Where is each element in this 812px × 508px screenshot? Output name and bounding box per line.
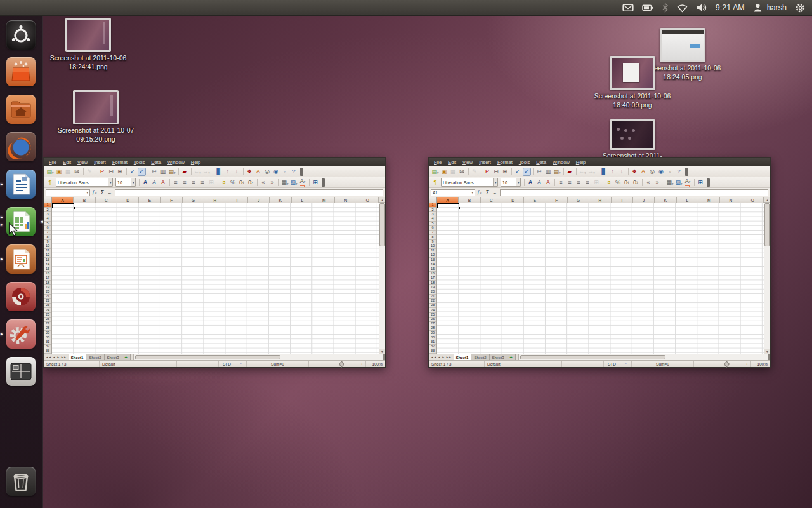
background-color-icon[interactable]: ▨▾ xyxy=(290,178,298,187)
row-headers[interactable]: 1234567891011121314151617181920212223242… xyxy=(44,203,52,354)
column-header-A[interactable]: A xyxy=(52,197,74,203)
column-header-C[interactable]: C xyxy=(481,197,502,203)
font-name-combo[interactable]: Liberation Sans ▾ xyxy=(56,178,113,187)
split-handle[interactable] xyxy=(768,354,770,360)
toolbar-overflow-handle[interactable] xyxy=(322,178,325,187)
toolbar-overflow-handle[interactable] xyxy=(707,178,710,187)
menu-item-edit[interactable]: Edit xyxy=(60,158,74,166)
column-header-G[interactable]: G xyxy=(183,197,204,203)
cell-grid[interactable] xyxy=(52,203,379,354)
email-icon[interactable]: ✉ xyxy=(73,168,81,176)
sort-ascending-icon[interactable]: ↑ xyxy=(224,168,232,176)
cut-icon[interactable]: ✂ xyxy=(535,168,544,176)
grid-lines-icon[interactable]: ⊞ xyxy=(311,178,320,187)
gallery-icon[interactable]: ❖ xyxy=(631,168,639,176)
chevron-down-icon[interactable]: ▾ xyxy=(131,178,135,186)
font-name-combo[interactable]: Liberation Sans ▾ xyxy=(441,178,498,187)
zoom-out-icon[interactable]: − xyxy=(697,362,699,366)
zoom-slider[interactable] xyxy=(316,364,359,364)
launcher-item-dash-home[interactable] xyxy=(6,20,36,50)
username[interactable]: harsh xyxy=(767,3,787,12)
column-header-B[interactable]: B xyxy=(459,197,480,203)
launcher-item-system-settings[interactable]: ▸ xyxy=(6,319,36,349)
add-sheet-tab[interactable]: + xyxy=(508,354,516,360)
cut-icon[interactable]: ✂ xyxy=(150,168,159,176)
align-left-icon[interactable]: ≡ xyxy=(172,178,180,187)
copy-icon[interactable]: ▥ xyxy=(159,168,167,176)
formula-input[interactable] xyxy=(500,189,768,196)
new-document-icon[interactable]: ▤▾ xyxy=(431,168,440,176)
desktop-icon[interactable]: Screenshot at 2011-10-06 18:40:09.png xyxy=(590,56,675,109)
merge-cells-icon[interactable]: ⊞ xyxy=(593,178,601,187)
scroll-up-icon[interactable]: ▲ xyxy=(379,197,385,203)
undo-icon[interactable]: ←▾ xyxy=(579,168,587,176)
bluetooth-icon[interactable] xyxy=(662,3,669,13)
sort-descending-icon[interactable]: ↓ xyxy=(233,168,241,176)
zoom-out-icon[interactable]: − xyxy=(311,362,314,366)
background-color-icon[interactable]: ▨▾ xyxy=(675,178,683,187)
print-icon[interactable]: ⊟ xyxy=(107,168,115,176)
chevron-down-icon[interactable]: ▾ xyxy=(108,178,112,186)
column-header-D[interactable]: D xyxy=(502,197,524,203)
align-center-icon[interactable]: ≡ xyxy=(566,178,574,187)
equals-icon[interactable]: = xyxy=(108,190,111,196)
row-header-33[interactable]: 33 xyxy=(429,349,436,354)
save-icon[interactable]: ▦ xyxy=(449,168,457,176)
column-header-H[interactable]: H xyxy=(589,197,611,203)
styles-icon[interactable]: ¶ xyxy=(46,178,55,187)
chevron-down-icon[interactable]: ▾ xyxy=(516,178,520,186)
find-replace-icon[interactable]: A xyxy=(639,168,648,176)
print-preview-icon[interactable]: ⊞ xyxy=(501,168,509,176)
sort-ascending-icon[interactable]: ↑ xyxy=(609,168,617,176)
column-headers[interactable]: ABCDEFGHIJKLMNO xyxy=(44,197,385,203)
scrollbar-thumb[interactable] xyxy=(764,203,770,246)
find-replace-icon[interactable]: A xyxy=(254,168,263,176)
column-headers[interactable]: ABCDEFGHIJKLMNO xyxy=(429,197,770,203)
sum-icon[interactable]: Σ xyxy=(101,190,104,196)
font-color-icon[interactable]: A▾ xyxy=(684,178,692,187)
launcher-item-libreoffice-impress[interactable]: ▸ xyxy=(6,244,36,274)
horizontal-scrollbar[interactable] xyxy=(518,354,768,360)
edit-file-icon[interactable]: ✎ xyxy=(471,168,479,176)
menu-item-window[interactable]: Window xyxy=(549,158,573,166)
format-paintbrush-icon[interactable]: ▰ xyxy=(566,168,574,176)
zoom-slider-thumb[interactable] xyxy=(723,361,730,368)
select-all-corner[interactable] xyxy=(429,197,437,203)
decrease-indent-icon[interactable]: « xyxy=(259,178,268,187)
add-sheet-tab[interactable]: + xyxy=(122,354,131,360)
sheet-nav-buttons[interactable]: ◄◄◄►►► xyxy=(429,354,454,360)
underline-icon[interactable]: A xyxy=(159,178,167,187)
italic-icon[interactable]: A xyxy=(150,178,159,187)
sheet-tab-sheet2[interactable]: Sheet2 xyxy=(471,354,489,360)
increase-indent-icon[interactable]: » xyxy=(268,178,277,187)
column-header-C[interactable]: C xyxy=(96,197,117,203)
bold-icon[interactable]: A xyxy=(141,178,150,187)
menu-item-view[interactable]: View xyxy=(459,158,476,166)
menu-item-insert[interactable]: Insert xyxy=(91,158,109,166)
chevron-down-icon[interactable]: ▾ xyxy=(471,190,473,194)
battery-icon[interactable] xyxy=(642,3,653,13)
paste-icon[interactable]: ▤▾ xyxy=(168,168,176,176)
horizontal-scrollbar[interactable] xyxy=(133,354,383,360)
column-header-F[interactable]: F xyxy=(161,197,183,203)
column-header-J[interactable]: J xyxy=(633,197,655,203)
export-pdf-icon[interactable]: P xyxy=(483,168,492,176)
cell-grid[interactable] xyxy=(437,203,764,354)
zoom-widget[interactable]: − + xyxy=(694,361,751,367)
name-box[interactable]: A1 ▾ xyxy=(431,189,475,196)
save-icon[interactable]: ▦ xyxy=(64,168,72,176)
align-right-icon[interactable]: ≡ xyxy=(575,178,583,187)
volume-icon[interactable] xyxy=(696,3,707,13)
font-color-icon[interactable]: A▾ xyxy=(299,178,307,187)
align-right-icon[interactable]: ≡ xyxy=(190,178,198,187)
column-header-N[interactable]: N xyxy=(720,197,742,203)
column-header-A[interactable]: A xyxy=(437,197,459,203)
status-insert-mode[interactable]: STD xyxy=(219,361,235,367)
column-header-D[interactable]: D xyxy=(117,197,139,203)
scroll-down-icon[interactable]: ▼ xyxy=(379,349,385,354)
sheet-tab-sheet2[interactable]: Sheet2 xyxy=(86,354,104,360)
column-header-G[interactable]: G xyxy=(568,197,589,203)
column-header-E[interactable]: E xyxy=(524,197,546,203)
desktop-icon[interactable]: Screenshot at 2011-10-06 18:24:41.png xyxy=(46,18,131,71)
font-size-combo[interactable]: 10 ▾ xyxy=(115,178,136,187)
